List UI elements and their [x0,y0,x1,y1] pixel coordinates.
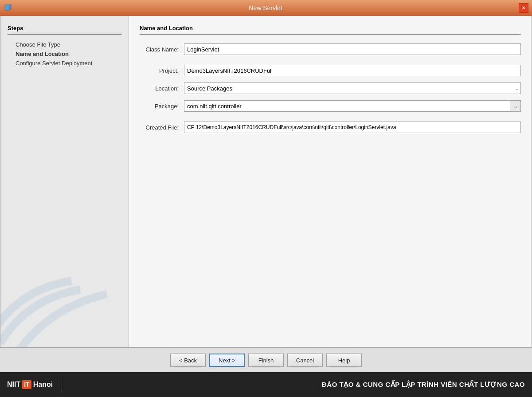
location-label: Location: [140,85,184,92]
steps-panel: Steps Choose File Type Name and Location… [0,16,129,347]
footer-logo-hanoi: Hanoi [33,381,53,389]
created-file-row: Created File: [140,122,521,133]
step-3-label: Configure Servlet Deployment [16,60,92,67]
finish-button[interactable]: Finish [248,354,284,367]
location-select[interactable]: Source Packages Test Packages [184,83,521,94]
project-label: Project: [140,67,184,74]
footer-bar: NIIT IT Hanoi ĐÀO TẠO & CUNG CẤP LẬP TRÌ… [0,372,532,397]
dialog-icon [4,4,12,12]
project-input[interactable] [184,65,521,76]
step-2-label: Name and Location [16,51,69,57]
help-button[interactable]: Help [326,354,362,367]
created-file-label: Created File: [140,124,184,131]
package-row: Package: ⌵ [140,100,521,112]
footer-slogan: ĐÀO TẠO & CUNG CẤP LẬP TRÌNH VIÊN CHẤT L… [322,381,525,389]
cancel-button[interactable]: Cancel [287,354,323,367]
section-title: Name and Location [140,25,521,35]
step-1-label: Choose File Type [16,41,60,48]
package-input[interactable] [184,100,510,112]
svg-marker-2 [9,4,11,10]
created-file-input[interactable] [184,122,521,133]
class-name-row: Class Name: [140,43,521,55]
titlebar-title: New Servlet [12,4,519,12]
steps-list: Choose File Type Name and Location Confi… [8,40,121,68]
back-button[interactable]: < Back [170,354,206,367]
close-button[interactable]: × [519,3,528,13]
next-button[interactable]: Next > [209,354,245,367]
steps-heading: Steps [8,25,121,35]
package-dropdown-icon[interactable]: ⌵ [510,100,521,112]
location-row: Location: Source Packages Test Packages … [140,83,521,94]
footer-logo: NIIT IT Hanoi [7,380,53,389]
watermark-decoration [0,263,125,347]
footer-logo-it-badge: IT [22,380,31,389]
step-2: Name and Location [16,49,121,59]
step-1: Choose File Type [16,40,121,49]
class-name-label: Class Name: [140,46,184,53]
button-bar: < Back Next > Finish Cancel Help [0,348,532,372]
package-select-wrapper: ⌵ [184,100,521,112]
footer-divider [62,377,62,393]
step-3: Configure Servlet Deployment [16,59,121,68]
package-label: Package: [140,103,184,110]
dialog-body: Steps Choose File Type Name and Location… [0,16,532,348]
svg-rect-0 [5,6,9,10]
content-panel: Name and Location Class Name: Project: L… [129,16,532,347]
titlebar: New Servlet × [0,0,532,16]
location-select-wrapper: Source Packages Test Packages ⌵ [184,83,521,94]
project-row: Project: [140,65,521,76]
footer-logo-niit: NIIT [7,381,20,389]
class-name-input[interactable] [184,43,521,55]
